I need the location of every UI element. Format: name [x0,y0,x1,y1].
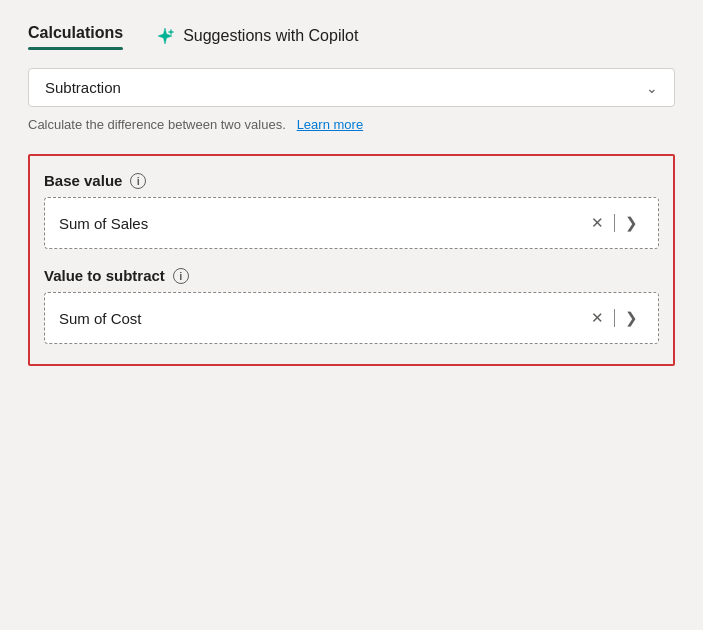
chevron-right-icon-2: ❯ [625,309,638,327]
copilot-sparkle-icon [155,26,175,46]
subtract-value-clear-button[interactable]: ✕ [585,305,610,331]
base-value-expand-button[interactable]: ❯ [619,210,644,236]
subtract-value-label: Value to subtract [44,267,165,284]
base-value-info-icon[interactable]: i [130,173,146,189]
base-value-actions: ✕ ❯ [585,210,644,236]
operation-description: Calculate the difference between two val… [28,117,675,132]
tab-calculations[interactable]: Calculations [28,24,123,48]
description-text: Calculate the difference between two val… [28,117,286,132]
tab-suggestions-label: Suggestions with Copilot [183,27,358,45]
subtract-value-divider [614,309,615,327]
subtract-value-group: Value to subtract i Sum of Cost ✕ ❯ [44,267,659,344]
operation-dropdown[interactable]: Subtraction ⌄ [28,68,675,107]
dropdown-chevron-icon: ⌄ [646,80,658,96]
base-value-divider [614,214,615,232]
base-value-label: Base value [44,172,122,189]
subtract-value-field: Sum of Cost ✕ ❯ [44,292,659,344]
tab-suggestions-copilot[interactable]: Suggestions with Copilot [155,26,358,46]
chevron-right-icon: ❯ [625,214,638,232]
dropdown-value: Subtraction [45,79,121,96]
base-value-field: Sum of Sales ✕ ❯ [44,197,659,249]
calculations-panel: Calculations Suggestions with Copilot Su… [0,0,703,630]
base-value-label-row: Base value i [44,172,659,189]
subtract-value-label-row: Value to subtract i [44,267,659,284]
learn-more-link[interactable]: Learn more [297,117,363,132]
base-value-clear-button[interactable]: ✕ [585,210,610,236]
tab-bar: Calculations Suggestions with Copilot [28,24,675,48]
subtract-value-text: Sum of Cost [59,310,142,327]
subtract-value-expand-button[interactable]: ❯ [619,305,644,331]
base-value-text: Sum of Sales [59,215,148,232]
subtract-value-info-icon[interactable]: i [173,268,189,284]
base-value-group: Base value i Sum of Sales ✕ ❯ [44,172,659,249]
subtract-value-actions: ✕ ❯ [585,305,644,331]
fields-section: Base value i Sum of Sales ✕ ❯ Value to s… [28,154,675,366]
